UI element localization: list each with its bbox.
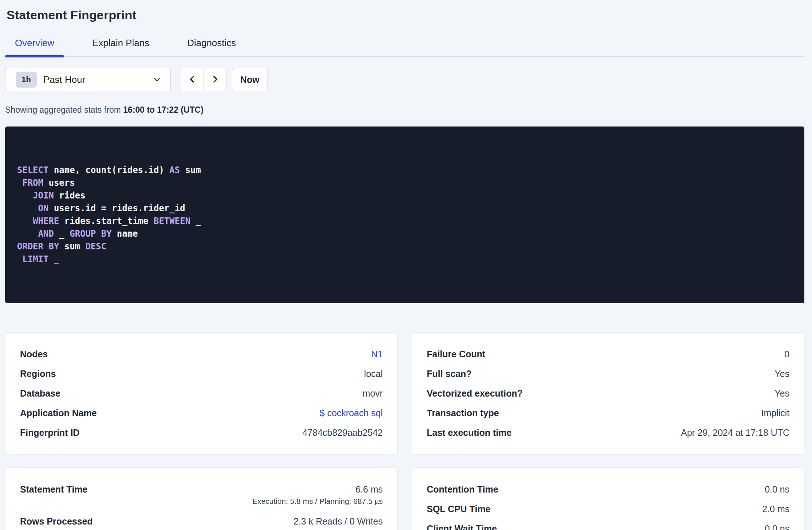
stat-row: Fingerprint ID4784cb829aab2542 xyxy=(20,423,383,442)
stat-value-wrap: Implicit xyxy=(761,408,789,418)
stat-row: Failure Count0 xyxy=(427,344,789,364)
sql-keyword: ON xyxy=(38,203,49,213)
stat-value: 2.0 ms xyxy=(762,504,789,514)
sql-keyword: DESC xyxy=(85,241,106,252)
time-step-buttons xyxy=(181,68,226,91)
sql-text xyxy=(17,216,33,226)
sql-text xyxy=(17,229,38,239)
stat-value-wrap: 0 xyxy=(784,349,789,360)
sql-code: SELECT name, count(rides.id) AS sum FROM… xyxy=(17,164,792,266)
sql-line: AND _ GROUP BY name xyxy=(17,228,792,240)
chevron-left-icon xyxy=(188,75,197,85)
stat-subvalue: Execution: 5.8 ms / Planning: 687.5 µs xyxy=(252,497,383,506)
stat-value: Apr 29, 2024 at 17:18 UTC xyxy=(681,427,789,438)
aggregated-stats-prefix: Showing aggregated stats from xyxy=(5,105,123,115)
stat-row: Last execution timeApr 29, 2024 at 17:18… xyxy=(427,423,789,442)
stat-label: Database xyxy=(20,388,60,399)
sql-text: rides xyxy=(54,190,85,201)
stat-row: Full scan?Yes xyxy=(427,364,789,384)
sql-line: FROM users xyxy=(17,177,792,189)
sql-line: LIMIT _ xyxy=(17,253,792,266)
stat-value-wrap: 2.0 ms xyxy=(762,504,789,514)
stat-label: Failure Count xyxy=(427,349,485,360)
statement-fingerprint-page: Statement Fingerprint Overview Explain P… xyxy=(5,8,804,530)
sql-keyword: FROM xyxy=(22,178,43,188)
stat-value: 0.0 ns xyxy=(765,523,789,530)
stat-label: Client Wait Time xyxy=(427,523,497,530)
sql-text: _ xyxy=(54,229,69,239)
now-button[interactable]: Now xyxy=(232,68,268,91)
stat-value: 4784cb829aab2542 xyxy=(302,427,383,438)
sql-text xyxy=(17,203,38,213)
sql-text: users.id = rides.rider_id xyxy=(49,203,185,213)
card-wait-times: Contention Time0.0 nsSQL CPU Time2.0 msC… xyxy=(412,467,804,530)
sql-text: rides.start_time xyxy=(59,216,154,226)
sql-keyword: WHERE xyxy=(33,216,59,226)
sql-text: name xyxy=(112,229,138,239)
stat-value-wrap: 0.0 ns xyxy=(765,484,789,495)
stat-row: NodesN1 xyxy=(20,344,383,364)
stat-value-wrap: 4784cb829aab2542 xyxy=(302,427,383,438)
stat-label: SQL CPU Time xyxy=(427,504,491,514)
stat-value-wrap: 0.0 ns xyxy=(765,523,789,530)
sql-keyword: GROUP BY xyxy=(70,229,112,239)
sql-statement-box: SELECT name, count(rides.id) AS sum FROM… xyxy=(5,127,804,303)
stat-value-wrap: local xyxy=(364,369,383,379)
stat-value: Implicit xyxy=(761,408,789,418)
sql-line: ON users.id = rides.rider_id xyxy=(17,202,792,215)
tab-overview[interactable]: Overview xyxy=(5,37,64,56)
stat-label: Statement Time xyxy=(20,479,88,499)
card-execution-attributes: Failure Count0Full scan?YesVectorized ex… xyxy=(412,332,804,454)
stat-value: 6.6 ms xyxy=(252,479,383,499)
stat-row: Client Wait Time0.0 ns xyxy=(427,519,789,530)
stat-value: Yes xyxy=(775,388,789,399)
stat-value: movr xyxy=(362,388,383,399)
sql-line: SELECT name, count(rides.id) AS sum xyxy=(17,164,792,177)
stat-value: 0.0 ns xyxy=(765,484,789,495)
stat-row: Statement Time6.6 msExecution: 5.8 ms / … xyxy=(20,479,383,511)
sql-text xyxy=(17,178,22,188)
stat-value: Yes xyxy=(775,369,789,379)
time-range-select[interactable]: 1h Past Hour xyxy=(5,68,171,91)
sql-keyword: AND xyxy=(38,229,54,239)
stat-value-link[interactable]: N1 xyxy=(371,349,383,360)
stat-value-wrap: movr xyxy=(362,388,383,399)
time-controls: 1h Past Hour Now xyxy=(5,68,804,91)
sql-text: sum xyxy=(59,241,85,252)
stat-row: Transaction typeImplicit xyxy=(427,403,789,423)
sql-keyword: LIMIT xyxy=(22,254,48,264)
sql-text: name, count(rides.id) xyxy=(49,165,169,175)
aggregated-stats-range: 16:00 to 17:22 (UTC) xyxy=(123,105,204,115)
sql-text: _ xyxy=(49,254,59,264)
chevron-right-icon xyxy=(210,75,220,85)
aggregated-stats-caption: Showing aggregated stats from 16:00 to 1… xyxy=(5,105,804,115)
sql-line: WHERE rides.start_time BETWEEN _ xyxy=(17,215,792,228)
tab-explain-plans[interactable]: Explain Plans xyxy=(82,37,159,56)
tab-diagnostics[interactable]: Diagnostics xyxy=(177,37,246,56)
stat-row: Rows Processed2.3 k Reads / 0 Writes xyxy=(20,511,383,530)
sql-line: ORDER BY sum DESC xyxy=(17,240,792,253)
sql-text xyxy=(17,254,22,264)
card-statement-time: Statement Time6.6 msExecution: 5.8 ms / … xyxy=(5,467,398,530)
stat-value-wrap: 6.6 msExecution: 5.8 ms / Planning: 687.… xyxy=(252,479,383,506)
sql-line: JOIN rides xyxy=(17,189,792,202)
sql-text: sum xyxy=(180,165,201,175)
previous-interval-button[interactable] xyxy=(181,68,204,91)
stat-value: 0 xyxy=(784,349,789,360)
stat-value-link[interactable]: $ cockroach sql xyxy=(319,408,383,418)
page-title: Statement Fingerprint xyxy=(7,8,804,22)
stat-value-wrap: Apr 29, 2024 at 17:18 UTC xyxy=(681,427,789,438)
stat-value-wrap: Yes xyxy=(775,369,789,379)
stat-label: Application Name xyxy=(20,408,97,418)
sql-text: _ xyxy=(190,216,201,226)
stat-value: local xyxy=(364,369,383,379)
sql-keyword: BETWEEN xyxy=(154,216,190,226)
sql-keyword: ORDER BY xyxy=(17,241,59,252)
stat-label: Fingerprint ID xyxy=(20,427,80,438)
stat-row: SQL CPU Time2.0 ms xyxy=(427,499,789,519)
next-interval-button[interactable] xyxy=(204,68,226,91)
sql-keyword: JOIN xyxy=(33,190,54,201)
sql-keyword: AS xyxy=(169,165,180,175)
chevron-down-icon xyxy=(152,75,162,84)
stat-row: Databasemovr xyxy=(20,384,383,403)
